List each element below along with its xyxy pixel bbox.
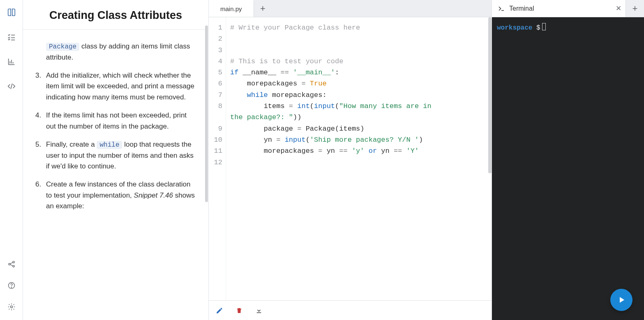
editor-panel: main.py + 123456789101112 # Write your P… [209,0,492,320]
svg-point-16 [10,306,12,308]
terminal-panel: Terminal ✕ + workspace $ [492,0,644,320]
instruction-item: 3.Add the initializer, which will check … [35,70,196,103]
trash-icon[interactable] [235,306,243,315]
instructions-body[interactable]: Package class by adding an items limit c… [23,30,208,231]
help-icon[interactable] [7,281,16,290]
instruction-item: Package class by adding an items limit c… [35,41,196,63]
scrollbar[interactable] [205,25,208,202]
svg-line-12 [10,262,13,264]
code-pill: Package [46,43,79,51]
svg-line-13 [10,265,13,266]
checklist-icon[interactable] [7,32,16,42]
instruction-item: 4.If the items limit has not been exceed… [35,110,196,132]
play-icon [616,295,626,305]
editor-tab[interactable]: main.py [209,0,254,17]
share-icon[interactable] [7,259,16,269]
tab-label: Terminal [509,5,534,12]
run-button[interactable] [610,289,632,311]
side-rail [0,0,23,320]
code-content[interactable]: # Write your Package class here # This i… [226,17,441,300]
prompt-workspace: workspace [497,24,532,32]
code-pill: while [97,141,122,149]
code-editor[interactable]: 123456789101112 # Write your Package cla… [209,17,492,300]
code-icon[interactable] [7,81,16,91]
scrollbar[interactable] [488,17,492,173]
instruction-item: 6.Create a few instances of the class de… [35,179,196,212]
terminal-tabbar: Terminal ✕ + [492,0,644,17]
instructions-panel: Creating Class Attributes Package class … [23,0,209,320]
line-gutter: 123456789101112 [209,17,226,300]
svg-point-15 [11,287,12,288]
terminal-body[interactable]: workspace $ [492,17,644,320]
gear-icon[interactable] [7,302,16,312]
pencil-icon[interactable] [215,306,224,315]
new-tab-button[interactable]: + [254,0,272,17]
page-title: Creating Class Attributes [23,0,208,30]
new-terminal-button[interactable]: + [626,0,644,17]
chart-icon[interactable] [7,57,16,67]
terminal-cursor [542,23,546,30]
editor-toolbar [209,300,492,320]
terminal-tab[interactable]: Terminal ✕ [492,0,626,17]
instruction-item: 5.Finally, create a while loop that requ… [35,139,196,172]
svg-line-8 [11,84,12,89]
book-icon[interactable] [7,7,16,17]
editor-tabbar: main.py + [209,0,492,17]
tab-label: main.py [220,5,242,12]
close-icon[interactable]: ✕ [616,4,621,13]
terminal-icon [498,5,505,12]
prompt-dollar: $ [536,24,540,32]
download-icon[interactable] [255,306,263,315]
